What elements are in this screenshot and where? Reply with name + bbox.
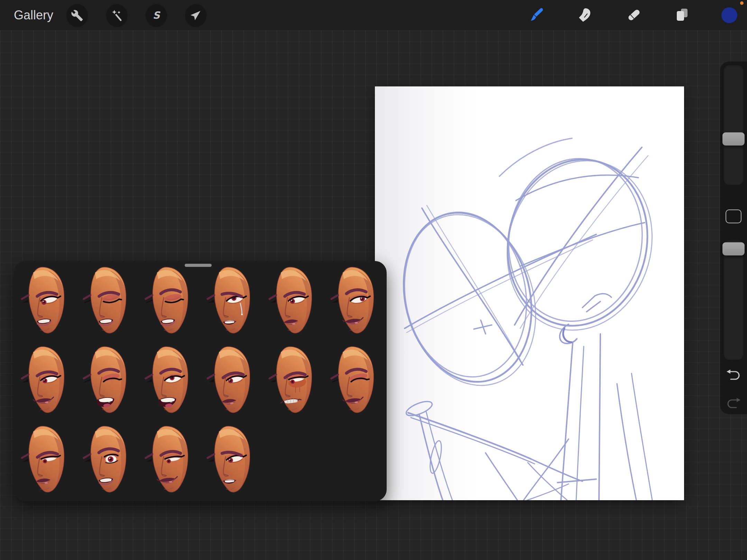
face-thumbnail-4 bbox=[202, 263, 255, 338]
brush-sidebar bbox=[720, 62, 747, 414]
brush-icon bbox=[528, 7, 544, 24]
face-thumbnail-12 bbox=[326, 343, 379, 417]
brush-size-slider[interactable] bbox=[723, 64, 744, 185]
face-thumbnail-16 bbox=[202, 422, 255, 497]
construction-sketch bbox=[375, 86, 684, 500]
layers-icon bbox=[674, 7, 690, 24]
color-swatch[interactable] bbox=[721, 7, 737, 23]
face-thumbnail-1 bbox=[17, 263, 69, 338]
face-thumbnail-5 bbox=[264, 263, 317, 338]
face-thumbnail-14 bbox=[79, 422, 131, 497]
modify-button[interactable] bbox=[726, 209, 741, 223]
face-thumbnail-3 bbox=[140, 263, 193, 338]
erase-tool-button[interactable] bbox=[626, 7, 642, 24]
face-thumbnail-11 bbox=[264, 343, 317, 417]
top-toolbar: Gallery S bbox=[0, 0, 747, 30]
face-thumbnail-9 bbox=[140, 343, 193, 417]
layers-button[interactable] bbox=[674, 7, 690, 24]
face-thumbnail-6 bbox=[326, 263, 379, 338]
undo-icon bbox=[726, 378, 741, 383]
redo-icon bbox=[726, 406, 741, 411]
brush-size-handle[interactable] bbox=[722, 132, 745, 146]
move-arrow-icon bbox=[190, 9, 202, 22]
actions-button[interactable] bbox=[66, 4, 88, 27]
drawing-canvas[interactable] bbox=[375, 86, 684, 500]
reference-panel[interactable] bbox=[14, 261, 387, 501]
face-thumbnail-13 bbox=[17, 422, 69, 497]
smudge-tool-button[interactable] bbox=[575, 7, 592, 24]
selection-s-icon: S bbox=[150, 9, 163, 22]
brush-opacity-handle[interactable] bbox=[722, 242, 745, 255]
recording-indicator-dot bbox=[740, 1, 744, 5]
adjustments-button[interactable] bbox=[106, 4, 128, 27]
eraser-icon bbox=[626, 7, 642, 24]
transform-button[interactable] bbox=[185, 4, 206, 27]
redo-button[interactable] bbox=[726, 397, 741, 410]
face-thumbnail-7 bbox=[17, 343, 69, 417]
wrench-icon bbox=[71, 9, 83, 22]
face-thumbnail-2 bbox=[79, 263, 131, 338]
gallery-button[interactable]: Gallery bbox=[14, 0, 53, 30]
paint-tool-button[interactable] bbox=[527, 7, 544, 24]
magic-wand-icon bbox=[111, 9, 123, 22]
face-thumbnail-10 bbox=[202, 343, 255, 417]
selection-button[interactable]: S bbox=[146, 4, 167, 27]
smudge-finger-icon bbox=[576, 7, 592, 24]
svg-text:S: S bbox=[153, 10, 161, 21]
brush-opacity-slider[interactable] bbox=[723, 239, 744, 360]
face-thumbnail-15 bbox=[140, 422, 193, 497]
face-thumbnail-8 bbox=[79, 343, 131, 417]
procreate-workspace: Gallery S bbox=[0, 0, 747, 560]
undo-button[interactable] bbox=[726, 369, 741, 382]
